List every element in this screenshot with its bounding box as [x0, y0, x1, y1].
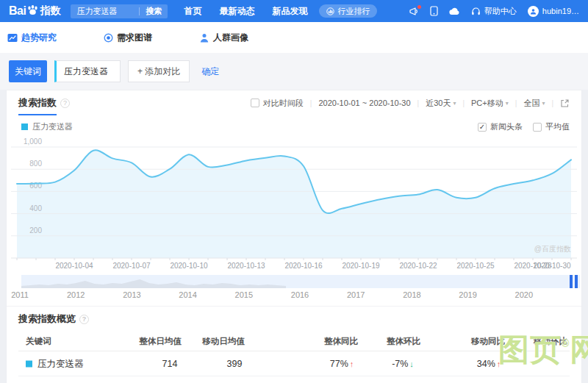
help-icon[interactable] — [79, 315, 89, 324]
chart-area-fill — [17, 150, 571, 258]
header-search-input[interactable]: 压力变送器 — [76, 6, 139, 17]
table-row: 压力变送器71439977%↑-7%↓34%↑ — [18, 351, 570, 376]
separator: | — [515, 99, 517, 107]
person-icon — [199, 33, 209, 43]
section-tabs: 趋势研究 需求图谱 人群画像 — [0, 22, 588, 53]
column-header: 整体日均值 — [139, 336, 182, 347]
date-range-picker[interactable]: 2020-10-01 ~ 2020-10-30 — [318, 99, 410, 107]
x-axis-label: 2020-10-16 — [284, 262, 322, 270]
separator: | — [551, 99, 553, 107]
header-search-box[interactable]: 压力变送器 搜索 — [71, 4, 168, 18]
compare-period-checkbox[interactable] — [251, 99, 259, 107]
nav-item-news[interactable]: 最新动态 — [219, 5, 254, 18]
y-axis-label: 200 — [29, 226, 42, 235]
x-axis-label: 2020-10-13 — [227, 262, 265, 270]
average-checkbox[interactable] — [533, 123, 542, 132]
expand-icon[interactable] — [560, 99, 570, 108]
x-axis-label: 2020-10-25 — [456, 262, 494, 270]
avatar — [528, 6, 539, 17]
mobile-app-icon[interactable] — [430, 6, 438, 16]
column-header: 整体环比 — [387, 336, 420, 347]
timeline-year-label: 2020 — [515, 290, 533, 299]
column-header: 移动日均值 — [202, 336, 245, 347]
compare-period-toggle[interactable]: 对比时间段 — [251, 98, 304, 109]
row-keyword[interactable]: 压力变送器 — [26, 357, 84, 370]
timeline-year-label: 2012 — [67, 290, 85, 299]
confirm-link[interactable]: 确定 — [201, 65, 219, 78]
trend-chart: 2004006008001,000 @百度指数 — [7, 135, 581, 260]
separator: | — [462, 99, 465, 107]
data-update-note: 数据更新时间：每天12~16时，受数据波动影响，可能会有延迟。 — [7, 376, 581, 383]
y-axis-label: 800 — [29, 160, 42, 168]
timeline-year-label: 2011 — [11, 290, 29, 299]
timeline-band[interactable] — [21, 275, 580, 288]
series-color-swatch — [26, 360, 32, 367]
tab-audience-profile[interactable]: 人群画像 — [199, 32, 248, 44]
search-index-chart[interactable]: 2004006008001,000 — [7, 135, 581, 260]
x-axis-label: 2020-10-30 — [533, 262, 570, 270]
up-arrow-icon: ↑ — [497, 359, 501, 368]
cell-value: 399 — [227, 359, 243, 369]
x-axis-label: 2020-10-22 — [399, 262, 437, 270]
timeline-year-label: 2015 — [235, 290, 253, 299]
nav-item-home[interactable]: 首页 — [184, 5, 201, 18]
region-dropdown[interactable]: 全国 — [523, 98, 545, 109]
column-header: 整体同比 — [324, 336, 358, 347]
logo-text-bai: Bai — [9, 4, 26, 18]
industry-rank-button[interactable]: 行业排行 — [319, 4, 377, 18]
x-axis-labels: 2020-10-042020-10-072020-10-102020-10-13… — [7, 260, 581, 272]
cloud-icon[interactable] — [449, 7, 460, 15]
x-axis-label: 2020-10-10 — [170, 262, 207, 270]
timeline-mini-area — [21, 279, 286, 288]
series-color-swatch — [21, 124, 28, 130]
down-arrow-icon: ↓ — [409, 359, 414, 368]
chevron-down-icon — [542, 100, 545, 107]
column-header: 关键词 — [26, 336, 51, 347]
period-dropdown[interactable]: 近30天 — [426, 98, 456, 109]
chevron-down-icon — [506, 100, 509, 107]
timeline-year-labels: 2011201220132014201520162017201820192020 — [21, 290, 580, 301]
timeline-slider-handle[interactable] — [570, 275, 578, 288]
device-dropdown[interactable]: PC+移动 — [471, 98, 509, 109]
panel-controls: 对比时间段 | 2020-10-01 ~ 2020-10-30 | 近30天 |… — [251, 98, 570, 109]
baidu-index-logo[interactable]: Bai 指数 — [9, 4, 60, 18]
x-axis-label: 2020-10-19 — [342, 262, 379, 270]
user-account[interactable]: hubin19… — [528, 6, 579, 17]
help-icon[interactable] — [60, 99, 70, 108]
device-value: PC+移动 — [471, 98, 503, 109]
tab-label: 趋势研究 — [21, 32, 57, 44]
header-search-button[interactable]: 搜索 — [139, 7, 168, 15]
news-headline-checkbox[interactable] — [478, 123, 487, 132]
timeline-year-label: 2018 — [403, 290, 420, 299]
overview-section: 搜索指数概览 关键词整体日均值移动日均值整体同比整体环比移动同比移动环比 压力变… — [7, 307, 581, 376]
average-label: 平均值 — [545, 121, 570, 132]
keyword-input[interactable]: 压力变送器 — [54, 60, 121, 82]
tab-demand-map[interactable]: 需求图谱 — [104, 32, 152, 44]
chart-toggles: 新闻头条 平均值 — [478, 121, 570, 132]
timeline-year-label: 2013 — [123, 290, 140, 299]
notification-dot — [417, 5, 421, 9]
legend-item[interactable]: 压力变送器 — [21, 121, 73, 132]
tab-label: 人群画像 — [213, 32, 248, 44]
legend-row: 压力变送器 新闻头条 平均值 — [7, 115, 581, 132]
y-axis-label: 1,000 — [24, 137, 42, 146]
column-header: 移动同比 — [471, 336, 505, 347]
announcement-icon[interactable] — [409, 7, 419, 16]
nav-item-new-products[interactable]: 新品发现 — [272, 5, 307, 18]
timeline-year-label: 2014 — [179, 290, 196, 299]
header-right-cluster: 帮助中心 hubin19… — [409, 6, 579, 17]
tab-search-index[interactable]: 搜索指数 — [18, 90, 57, 115]
region-value: 全国 — [523, 98, 539, 109]
add-compare-button[interactable]: + 添加对比 — [128, 60, 190, 82]
radar-target-icon — [104, 33, 113, 43]
help-center-link[interactable]: 帮助中心 — [471, 6, 517, 17]
news-headline-label: 新闻头条 — [490, 121, 523, 132]
average-toggle[interactable]: 平均值 — [533, 121, 570, 132]
baidu-paw-icon — [26, 4, 39, 15]
legend-label: 压力变送器 — [32, 121, 73, 132]
username: hubin19… — [542, 7, 579, 15]
news-headline-toggle[interactable]: 新闻头条 — [478, 121, 523, 132]
keyword-button[interactable]: 关键词 — [9, 60, 47, 82]
tab-trend-research[interactable]: 趋势研究 — [7, 32, 57, 44]
cell-value: 714 — [162, 359, 178, 369]
